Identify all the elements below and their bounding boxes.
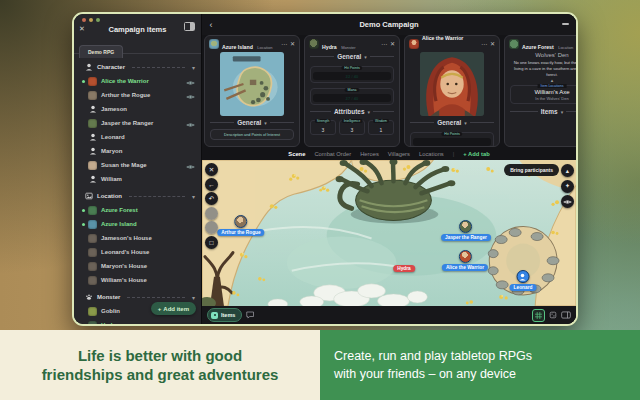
tab-heroes[interactable]: Heroes [360,151,379,157]
close-card-icon[interactable]: ✕ [490,41,495,47]
add-tab-button[interactable]: + Add tab [463,151,489,157]
tab-locations[interactable]: Locations [419,151,444,157]
attributes-expander[interactable]: Attributes ▾ [305,106,399,117]
sidebar-title: Campaign items [74,25,201,34]
visibility-button[interactable] [561,195,574,208]
description-button[interactable]: Description and Points of Interest [210,129,294,140]
items-button[interactable]: Items [207,308,242,322]
close-card-icon[interactable]: ✕ [290,41,295,47]
sidebar-list: Character▾Alice the WarriorArthur the Ro… [74,54,201,324]
sidebar-item[interactable]: Arthur the Rogue [74,88,201,102]
poi-description: No one knows exactly how, but the wolves… [505,58,576,78]
maximize-window-icon[interactable] [96,18,100,22]
collapse-controls-button[interactable]: ▴ [561,164,574,177]
participant-cursor[interactable] [205,221,218,234]
bring-participants-button[interactable]: Bring participants [504,164,559,176]
chevron-up-icon[interactable]: ▴ [505,78,576,83]
token-label: Hydra [393,265,415,272]
token-label: Jasper the Ranger [441,234,491,241]
card-azure-forest[interactable]: Azure Forest Location ⋯ Wolves' Den No o… [504,35,576,147]
character-portrait [420,52,484,116]
map-token-alice-the-warrior[interactable]: Alice the Warrior [442,250,488,271]
section-header-location[interactable]: Location▾ [74,189,201,203]
general-expander[interactable]: General ▾ [205,117,299,128]
image-icon [84,192,93,201]
effects-button[interactable]: ✦ [561,180,574,193]
map-back-button[interactable]: ← [205,178,218,191]
campaign-title: Demo Campaign [202,20,576,29]
sidebar-item[interactable]: William [74,172,201,186]
wisdom-attr[interactable]: Wisdom 1 [368,120,394,135]
card-azure-island[interactable]: Azure Island Location ⋯ ✕ [204,35,300,147]
token-avatar [459,220,472,233]
person-icon [88,175,97,184]
attributes-row: Strength 3 Intelligence 3 Wisdom 1 [305,117,399,135]
sidebar-item[interactable]: Hydra [74,318,201,324]
panel-toggle-button[interactable] [561,311,571,319]
sidebar-tabrow: Demo RPG [74,40,201,54]
hp-value: 22 / 40 [311,74,393,79]
sidebar-item[interactable]: Leonard's House [74,245,201,259]
sidebar-item[interactable]: Jasper the Ranger [74,116,201,130]
tab-scene[interactable]: Scene [288,151,305,157]
card-alice-the-warrior[interactable]: Alice the Warrior Character (@Participan… [404,35,500,147]
tab-combat-order[interactable]: Combat Order [314,151,351,157]
map-footer: Items [202,306,576,324]
main-menu-icon[interactable] [562,23,569,25]
sidebar-item[interactable]: Azure Forest [74,203,201,217]
more-icon[interactable]: ⋯ [381,41,387,47]
window-controls[interactable] [82,18,100,22]
scene-grid-button[interactable] [532,309,545,322]
campaign-items-panel: ✕ Campaign items Demo RPG Character▾Alic… [74,14,202,324]
map-token-leonard[interactable]: Leonard [510,270,537,291]
sidebar-item[interactable]: Leonard [74,130,201,144]
more-icon[interactable]: ⋯ [281,41,287,47]
sidebar-item[interactable]: Azure Island [74,217,201,231]
map-token-hydra[interactable]: Hydra [393,265,415,272]
selected-dot-icon [82,324,85,325]
hit-points-bar[interactable]: Hit Points 22 / 40 [310,66,394,83]
general-expander[interactable]: General ▾ [305,51,399,62]
sidebar-item[interactable]: Jameson [74,102,201,116]
items-expander[interactable]: Items ▾ [505,106,576,117]
close-window-icon[interactable] [82,18,86,22]
sidebar-item[interactable]: Jameson's House [74,231,201,245]
close-card-icon[interactable]: ✕ [390,41,395,47]
sidebar-item[interactable]: Alice the Warrior [74,74,201,88]
pin-panel-icon[interactable] [184,22,195,31]
section-header-character[interactable]: Character▾ [74,60,201,74]
sidebar-item[interactable]: Maryon's House [74,259,201,273]
sidebar-item[interactable]: Maryon [74,144,201,158]
caption-left-text: Life is better with good friendships and… [42,346,279,385]
map-canvas[interactable]: ✕ ← ↶ □ Bring participants ▴ ✦ Arthur th… [202,160,576,306]
chevron-down-icon: ▾ [192,193,195,200]
minimize-window-icon[interactable] [89,18,93,22]
intelligence-attr[interactable]: Intelligence 3 [339,120,365,135]
map-stop-button[interactable]: □ [205,236,218,249]
map-token-arthur-the-rogue[interactable]: Arthur the Rogue [217,215,264,236]
avatar [88,234,97,243]
avatar [88,77,97,86]
tab-villagers[interactable]: Villagers [388,151,410,157]
token-avatar [517,270,530,283]
avatar [509,39,519,49]
sidebar-item[interactable]: Susan the Mage [74,158,201,172]
sidebar-item[interactable]: William's House [74,273,201,287]
general-expander[interactable]: General ▾ [405,117,499,128]
add-item-button[interactable]: + Add item [151,302,196,315]
map-undo-button[interactable]: ↶ [205,192,218,205]
chat-icon[interactable] [246,311,255,319]
card-subtitle: Location [257,45,272,50]
participant-cursor[interactable] [205,207,218,220]
card-hydra[interactable]: Hydra Monster ⋯ ✕ General ▾ Hit Points 2… [304,35,400,147]
item-location-card[interactable]: Item Locations William's Axe In the Wolv… [510,85,576,104]
hit-points-bar[interactable]: Hit Points [410,132,494,147]
dice-roller-button[interactable] [549,311,557,319]
avatar [88,206,97,215]
map-close-button[interactable]: ✕ [205,163,218,176]
map-token-jasper-the-ranger[interactable]: Jasper the Ranger [441,220,491,241]
mana-bar[interactable]: Mana 27 / 40 [310,88,394,105]
person-icon [88,133,97,142]
strength-attr[interactable]: Strength 3 [310,120,336,135]
more-icon[interactable]: ⋯ [481,41,487,47]
